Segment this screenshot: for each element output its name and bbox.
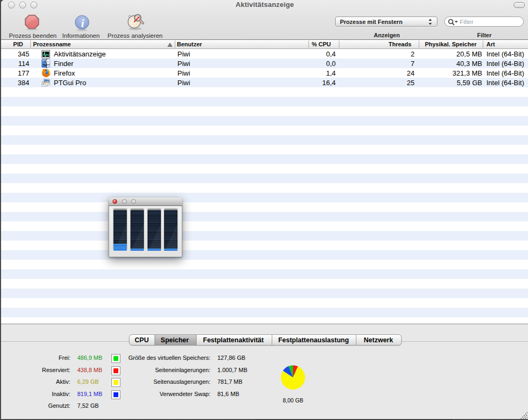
svg-text:i: i [81,17,85,30]
